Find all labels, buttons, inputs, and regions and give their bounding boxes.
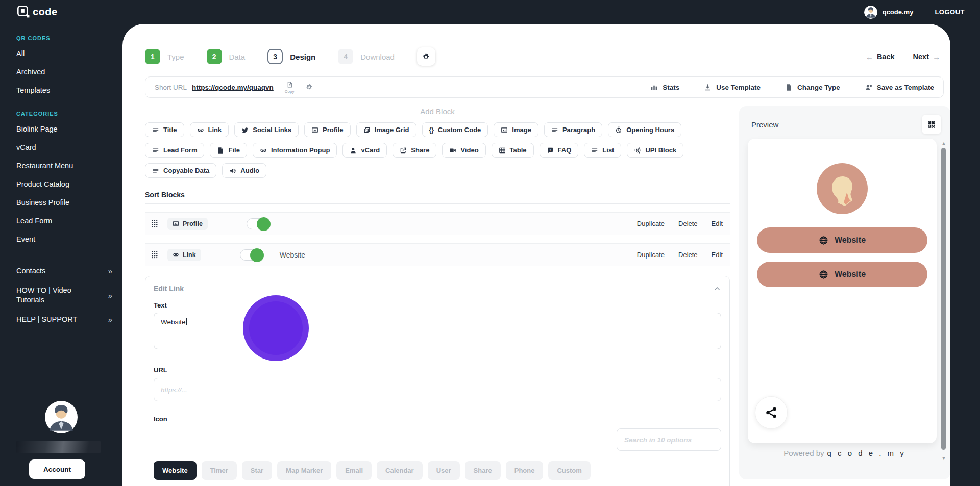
preview-link-button[interactable]: Website	[757, 262, 927, 287]
edit-link-title: Edit Link	[154, 285, 184, 293]
sidebar-item[interactable]: Biolink Page	[16, 120, 113, 138]
add-block-button[interactable]: Lead Form	[145, 143, 204, 158]
sidebar-expandable-item[interactable]: HOW TO | Video Tutorials »	[16, 281, 113, 310]
next-button[interactable]: Next →	[913, 53, 940, 61]
svg-text:?: ?	[549, 148, 551, 151]
add-block-button[interactable]: Profile	[304, 122, 350, 137]
enable-toggle[interactable]	[240, 249, 263, 261]
sidebar-expandable-item[interactable]: Contacts »	[16, 262, 113, 281]
icon-option-chip[interactable]: Timer	[202, 461, 237, 480]
icon-option-chip[interactable]: Email	[336, 461, 372, 480]
text-caret	[186, 318, 187, 325]
add-block-button[interactable]: Image Grid	[356, 122, 416, 137]
add-block-button[interactable]: ? FAQ	[540, 143, 579, 158]
drag-handle-icon[interactable]	[151, 250, 158, 259]
add-block-button[interactable]: Share	[393, 143, 436, 158]
logout-button[interactable]: LOGOUT	[935, 8, 965, 16]
link-text-input[interactable]: Website	[154, 313, 721, 349]
powered-by: Powered byq c o d e . m y	[739, 449, 950, 457]
edit-button[interactable]: Edit	[712, 251, 723, 259]
link-url-input[interactable]	[154, 378, 721, 401]
enable-toggle[interactable]	[247, 218, 270, 229]
add-block-button[interactable]: Table	[492, 143, 534, 158]
add-block-button[interactable]: Image	[494, 122, 538, 137]
lines-icon	[152, 167, 159, 174]
chat-icon: ?	[547, 147, 554, 154]
share-button[interactable]	[755, 396, 788, 429]
sidebar-item[interactable]: Event	[16, 230, 113, 248]
icon-option-chip[interactable]: Star	[242, 461, 272, 480]
chevrons-right-icon: »	[108, 315, 113, 324]
preview-scrollbar[interactable]: ▲ ▼	[941, 141, 947, 470]
preview-link-button[interactable]: Website	[757, 227, 927, 253]
delete-button[interactable]: Delete	[678, 251, 698, 259]
link-icon	[197, 126, 204, 134]
icon-option-chip[interactable]: Custom	[548, 461, 590, 480]
add-block-button[interactable]: vCard	[342, 143, 387, 158]
lines-icon	[551, 126, 558, 134]
add-block-button[interactable]: Audio	[222, 163, 266, 178]
lines-icon	[591, 147, 598, 154]
sidebar-item[interactable]: Templates	[16, 81, 113, 99]
braces-icon: {}	[429, 126, 434, 134]
account-button[interactable]: Account	[29, 459, 85, 479]
collapse-panel-button[interactable]	[713, 285, 721, 293]
biolink-preview: Website Website	[748, 139, 937, 443]
sidebar-avatar	[45, 401, 78, 433]
show-qr-button[interactable]	[922, 115, 941, 134]
sort-block-row: Link Website Duplicate Delete Edit	[145, 243, 730, 266]
sidebar-item[interactable]: Business Profile	[16, 193, 113, 212]
sidebar-item[interactable]: All	[16, 44, 113, 63]
sharebox-icon	[400, 147, 407, 154]
add-block-button[interactable]: Opening Hours	[608, 122, 681, 137]
account-menu[interactable]: qcode.my	[864, 6, 914, 19]
add-block-button[interactable]: Title	[145, 122, 184, 137]
link-icon	[260, 147, 267, 154]
duplicate-button[interactable]: Duplicate	[637, 220, 665, 227]
video-icon	[449, 147, 456, 154]
sidebar-item[interactable]: vCard	[16, 138, 113, 157]
add-block-button[interactable]: Paragraph	[544, 122, 602, 137]
duplicate-button[interactable]: Duplicate	[637, 251, 665, 259]
icon-option-chip[interactable]: Map Marker	[277, 461, 331, 480]
block-type-badge: Link	[167, 249, 201, 261]
edit-button[interactable]: Edit	[712, 220, 723, 227]
add-block-button[interactable]: File	[210, 143, 247, 158]
scrollbar-thumb[interactable]	[941, 148, 946, 450]
icon-option-chip[interactable]: Share	[465, 461, 501, 480]
url-action-button[interactable]: Change Type	[785, 84, 840, 91]
audio-icon	[229, 167, 236, 174]
scroll-up-icon[interactable]: ▲	[941, 141, 947, 146]
icon-option-chip[interactable]: Phone	[506, 461, 544, 480]
add-block-button[interactable]: Link	[190, 122, 229, 137]
sidebar-section-categories: CATEGORIES	[16, 111, 113, 117]
icon-option-chip[interactable]: Website	[154, 461, 197, 480]
sidebar-expandable-item[interactable]: HELP | SUPPORT »	[16, 310, 113, 329]
drag-handle-icon[interactable]	[151, 219, 158, 228]
delete-button[interactable]: Delete	[678, 220, 698, 227]
add-block-button[interactable]: Information Popup	[253, 143, 337, 158]
scroll-down-icon[interactable]: ▼	[941, 456, 947, 461]
add-block-button[interactable]: Copyable Data	[145, 163, 216, 178]
profile-avatar	[817, 163, 868, 214]
back-button[interactable]: ← Back	[866, 53, 895, 61]
app-logo[interactable]: code	[17, 6, 58, 19]
grid-icon	[363, 126, 371, 134]
add-block-button[interactable]: {} Custom Code	[422, 122, 488, 137]
sidebar-item[interactable]: Restaurant Menu	[16, 157, 113, 175]
sidebar-item[interactable]: Archived	[16, 63, 113, 81]
add-block-button[interactable]: List	[584, 143, 621, 158]
click-indicator	[243, 295, 309, 361]
sidebar-item[interactable]: Product Catalog	[16, 175, 113, 193]
sidebar: QR CODES AllArchivedTemplates CATEGORIES…	[0, 24, 122, 486]
add-block-button[interactable]: Social Links	[234, 122, 299, 137]
add-block-button[interactable]: UPI Block	[627, 143, 683, 158]
clock-icon	[615, 126, 622, 134]
icon-option-chip[interactable]: Calendar	[377, 461, 423, 480]
add-block-button[interactable]: Video	[442, 143, 485, 158]
icon-search-input[interactable]	[617, 428, 721, 451]
arrow-left-icon: ←	[866, 53, 873, 61]
sidebar-item[interactable]: Lead Form	[16, 212, 113, 230]
url-action-button[interactable]: Save as Template	[865, 84, 934, 91]
icon-option-chip[interactable]: User	[428, 461, 460, 480]
